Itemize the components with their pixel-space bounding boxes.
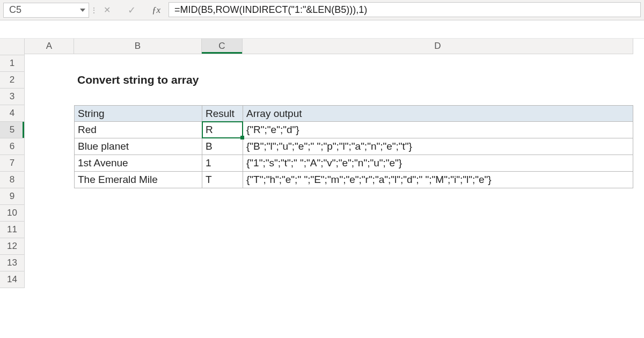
- row-head-3[interactable]: 3: [0, 89, 25, 105]
- cell-A2[interactable]: [25, 72, 74, 89]
- table-header-string[interactable]: String: [74, 105, 202, 122]
- cell-A7[interactable]: [25, 155, 74, 172]
- cell-D8[interactable]: {"T";"h";"e";" ";"E";"m";"e";"r";"a";"l"…: [243, 172, 633, 188]
- cell-C5[interactable]: R: [202, 122, 243, 138]
- row-head-12[interactable]: 12: [0, 238, 25, 255]
- cell-B10[interactable]: [74, 205, 202, 222]
- spreadsheet-grid[interactable]: A B C D 1 2 Convert string to array 3 4 …: [0, 39, 644, 288]
- row-head-2[interactable]: 2: [0, 72, 25, 89]
- cell-C14[interactable]: [202, 271, 243, 288]
- cell-B5[interactable]: Red: [74, 122, 202, 138]
- select-all-corner[interactable]: [0, 39, 25, 55]
- cell-C13[interactable]: [202, 255, 243, 271]
- cell-A4[interactable]: [25, 105, 74, 122]
- col-head-C[interactable]: C: [202, 39, 243, 54]
- row-head-10[interactable]: 10: [0, 205, 25, 222]
- cell-A3[interactable]: [25, 89, 74, 105]
- cell-B9[interactable]: [74, 188, 202, 205]
- table-header-result[interactable]: Result: [202, 105, 243, 122]
- cell-B11[interactable]: [74, 222, 202, 238]
- cell-C3[interactable]: [202, 89, 243, 105]
- cell-B3[interactable]: [74, 89, 202, 105]
- cell-D14[interactable]: [243, 271, 633, 288]
- cell-C6[interactable]: B: [202, 138, 243, 155]
- cell-B6[interactable]: Blue planet: [74, 138, 202, 155]
- formula-text: =MID(B5,ROW(INDIRECT("1:"&LEN(B5))),1): [174, 4, 367, 16]
- col-head-A[interactable]: A: [25, 39, 74, 54]
- cell-A14[interactable]: [25, 271, 74, 288]
- cell-C12[interactable]: [202, 238, 243, 255]
- row-head-8[interactable]: 8: [0, 172, 25, 188]
- col-head-B[interactable]: B: [74, 39, 202, 54]
- cell-C7[interactable]: 1: [202, 155, 243, 172]
- cell-D13[interactable]: [243, 255, 633, 271]
- cell-A9[interactable]: [25, 188, 74, 205]
- row-head-4[interactable]: 4: [0, 105, 25, 122]
- cell-A10[interactable]: [25, 205, 74, 222]
- cell-D5[interactable]: {"R";"e";"d"}: [243, 122, 633, 138]
- cell-D6[interactable]: {"B";"l";"u";"e";" ";"p";"l";"a";"n";"e"…: [243, 138, 633, 155]
- enter-icon[interactable]: [125, 4, 138, 16]
- page-title[interactable]: Convert string to array: [74, 72, 633, 89]
- cell-B8[interactable]: The Emerald Mile: [74, 172, 202, 188]
- cell-A6[interactable]: [25, 138, 74, 155]
- cell-C1[interactable]: [202, 55, 243, 72]
- formula-bar-separator: ⋮: [91, 0, 97, 20]
- row-head-5[interactable]: 5: [0, 122, 25, 138]
- formula-bar: C5 ⋮ ƒx =MID(B5,ROW(INDIRECT("1:"&LEN(B5…: [0, 0, 644, 20]
- row-head-11[interactable]: 11: [0, 222, 25, 238]
- cell-D11[interactable]: [243, 222, 633, 238]
- fx-icon[interactable]: ƒx: [149, 5, 163, 16]
- cell-C11[interactable]: [202, 222, 243, 238]
- row-head-6[interactable]: 6: [0, 138, 25, 155]
- cell-B12[interactable]: [74, 238, 202, 255]
- cell-C8[interactable]: T: [202, 172, 243, 188]
- name-box-wrap: C5: [0, 0, 91, 20]
- cell-A1[interactable]: [25, 55, 74, 72]
- cell-A12[interactable]: [25, 238, 74, 255]
- cancel-icon[interactable]: [100, 4, 114, 16]
- cell-C9[interactable]: [202, 188, 243, 205]
- row-head-9[interactable]: 9: [0, 188, 25, 205]
- formula-bar-buttons: ƒx: [97, 0, 169, 20]
- cell-A13[interactable]: [25, 255, 74, 271]
- table-header-array[interactable]: Array output: [243, 105, 633, 122]
- row-head-14[interactable]: 14: [0, 271, 25, 288]
- cell-A11[interactable]: [25, 222, 74, 238]
- cell-B13[interactable]: [74, 255, 202, 271]
- chevron-down-icon[interactable]: [80, 9, 85, 12]
- cell-A5[interactable]: [25, 122, 74, 138]
- cell-C10[interactable]: [202, 205, 243, 222]
- cell-B14[interactable]: [74, 271, 202, 288]
- cell-D1[interactable]: [243, 55, 633, 72]
- formula-input[interactable]: =MID(B5,ROW(INDIRECT("1:"&LEN(B5))),1): [169, 2, 641, 17]
- col-head-D[interactable]: D: [243, 39, 633, 54]
- cell-D9[interactable]: [243, 188, 633, 205]
- name-box-value: C5: [9, 4, 21, 16]
- cell-A8[interactable]: [25, 172, 74, 188]
- row-head-13[interactable]: 13: [0, 255, 25, 271]
- name-box[interactable]: C5: [3, 3, 89, 18]
- cell-D10[interactable]: [243, 205, 633, 222]
- row-head-1[interactable]: 1: [0, 55, 25, 72]
- cell-B1[interactable]: [74, 55, 202, 72]
- cell-D7[interactable]: {"1";"s";"t";" ";"A";"v";"e";"n";"u";"e"…: [243, 155, 633, 172]
- cell-D12[interactable]: [243, 238, 633, 255]
- cell-B7[interactable]: 1st Avenue: [74, 155, 202, 172]
- row-head-7[interactable]: 7: [0, 155, 25, 172]
- cell-D3[interactable]: [243, 89, 633, 105]
- ribbon-gap: [0, 20, 644, 39]
